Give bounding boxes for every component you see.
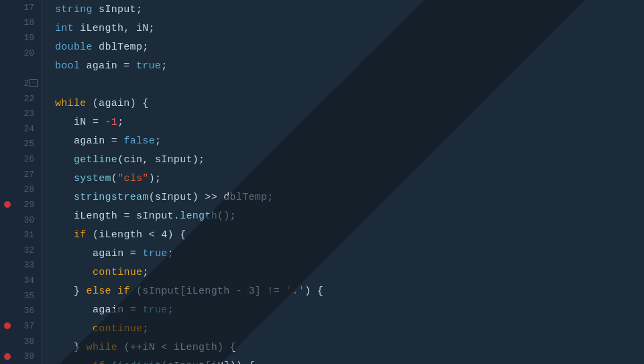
token-plain: ; (142, 323, 148, 335)
code-line: iN = -1; (55, 113, 644, 131)
token-plain: ; (168, 304, 174, 316)
token-kw-ctrl: continue (93, 267, 142, 278)
line-number: 18 (0, 15, 41, 31)
code-line: continue; (55, 263, 644, 282)
code-line: again = true; (55, 244, 644, 263)
line-number (0, 61, 41, 76)
token-plain: } (74, 286, 87, 297)
token-neg: -1 (105, 117, 118, 128)
code-line: if (iLength < 4) { (55, 225, 644, 244)
token-plain: ; (142, 267, 148, 278)
token-plain: ; (117, 117, 123, 128)
token-plain: ; (155, 135, 161, 147)
line-number: 29 (0, 197, 41, 213)
token-fn: stringstream (74, 192, 149, 203)
token-plain: (cin, sInput); (117, 154, 205, 166)
code-line: string sInput; (55, 0, 644, 19)
line-number: 26 (0, 151, 41, 167)
token-plain: ) { (305, 286, 323, 297)
token-plain: iLength = sInput. (74, 210, 180, 222)
token-plain: (++iN < iLength) { (117, 342, 236, 353)
code-line: double dblTemp; (55, 38, 644, 56)
line-number: 35 (0, 288, 41, 304)
line-number: 36 (0, 304, 41, 319)
line-number: 25 (0, 137, 41, 152)
token-plain: ( (105, 361, 118, 365)
token-plain: (iLength < 4) { (87, 229, 186, 241)
line-number: 20 (0, 46, 41, 61)
token-bool-val: false (123, 135, 155, 147)
line-number: 34 (0, 273, 41, 288)
token-fn: getline (74, 154, 117, 166)
token-plain: again = (93, 248, 142, 259)
token-plain: (); (217, 210, 236, 222)
token-str: '.' (286, 286, 305, 297)
token-plain: (sInput[iN])) { (161, 361, 255, 365)
token-plain: (again) { (87, 98, 149, 109)
token-plain: again = (74, 135, 123, 147)
token-kw-blue: bool (55, 60, 80, 72)
code-line: } else if (sInput[iLength - 3] != '.') { (55, 282, 644, 300)
token-fn: length (180, 210, 217, 222)
token-kw: if (93, 361, 105, 365)
line-number: 32 (0, 243, 41, 258)
line-number: 23 (0, 106, 41, 121)
code-line: continue; (55, 319, 644, 338)
line-number: 39 (0, 349, 41, 364)
breakpoint-dot[interactable] (4, 322, 11, 329)
line-number: 27 (0, 167, 41, 182)
token-plain: } (74, 342, 87, 353)
code-line: if (isdigit(sInput[iN])) { (55, 357, 644, 364)
token-plain: ; (161, 60, 167, 72)
token-fn: isdigit (117, 361, 161, 365)
token-plain: iLength, iN; (74, 23, 155, 34)
fold-icon[interactable]: - (30, 79, 38, 87)
code-content: string sInput;int iLength, iN;double dbl… (42, 0, 644, 364)
line-number: 37 (0, 318, 41, 334)
token-plain: dblTemp; (93, 42, 149, 53)
line-number: 19 (0, 30, 41, 46)
token-kw: while (55, 98, 87, 109)
token-kw-blue: int (55, 23, 74, 34)
code-editor: 17181920-2122232425262728293031323334353… (0, 0, 644, 364)
token-bool-val: true (136, 60, 161, 72)
token-bool-val: true (142, 304, 167, 316)
token-bool-val: true (142, 248, 167, 259)
line-number: 22 (0, 91, 41, 107)
token-plain: ); (149, 173, 162, 184)
token-kw: if (74, 229, 87, 241)
code-line: iLength = sInput.length(); (55, 206, 644, 225)
line-number: 24 (0, 121, 41, 137)
token-plain: again = (93, 304, 142, 316)
code-line (55, 75, 644, 94)
token-kw-ctrl: continue (93, 323, 142, 335)
token-plain: ; (168, 248, 174, 259)
line-number: -21 (0, 76, 41, 91)
code-line: } while (++iN < iLength) { (55, 338, 644, 357)
token-kw-blue: string (55, 4, 93, 15)
breakpoint-dot[interactable] (4, 353, 11, 360)
line-number: 38 (0, 334, 41, 349)
token-plain: iN = (74, 117, 105, 128)
code-line: stringstream(sInput) >> dblTemp; (55, 188, 644, 206)
token-kw: while (87, 342, 118, 353)
token-plain: (sInput[iLength - 3] != (130, 286, 286, 297)
token-plain: ( (111, 173, 117, 184)
code-line: bool again = true; (55, 56, 644, 75)
token-plain: again = (80, 60, 136, 72)
line-number: 17 (0, 0, 41, 15)
line-number: 33 (0, 258, 41, 274)
token-plain: sInput; (93, 4, 142, 15)
code-line: system("cls"); (55, 169, 644, 188)
code-line: again = false; (55, 131, 644, 150)
token-kw-blue: double (55, 42, 93, 53)
line-gutter: 17181920-2122232425262728293031323334353… (0, 0, 42, 364)
token-str: "cls" (117, 173, 149, 184)
breakpoint-dot[interactable] (4, 201, 11, 208)
line-number: 30 (0, 213, 41, 228)
code-line: getline(cin, sInput); (55, 150, 644, 169)
code-line: int iLength, iN; (55, 19, 644, 38)
code-line: again = true; (55, 300, 644, 319)
line-number: 28 (0, 182, 41, 198)
token-kw: else if (87, 286, 130, 297)
